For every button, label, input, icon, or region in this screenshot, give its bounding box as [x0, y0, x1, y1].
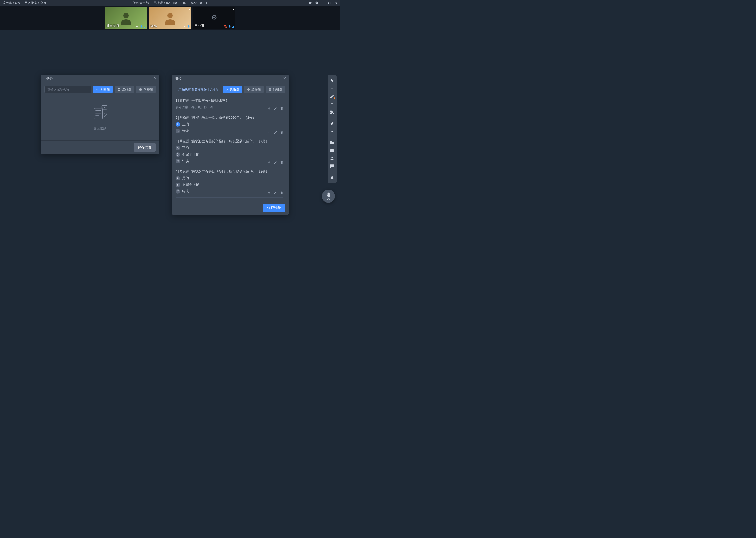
user-tool[interactable] — [328, 155, 336, 162]
svg-point-17 — [331, 131, 333, 132]
question-actions — [267, 131, 283, 134]
back-icon[interactable]: ‹ — [43, 77, 44, 81]
svg-point-0 — [123, 13, 129, 18]
delete-icon[interactable] — [280, 161, 283, 164]
edit-icon[interactable] — [273, 191, 277, 195]
question-actions — [267, 161, 283, 164]
video-tile[interactable]: 叮当老师 — [105, 7, 147, 29]
mic-icon — [228, 25, 231, 28]
choice-button[interactable]: 选择题 — [244, 86, 263, 93]
empty-text: 暂无试题 — [94, 126, 106, 131]
network-status: 网络状态：良好 — [24, 1, 46, 5]
raise-hand-button[interactable]: 0/2 — [322, 190, 335, 203]
question-actions — [267, 107, 283, 111]
hand-count: 0/2 — [327, 197, 330, 200]
network-icon — [136, 25, 139, 28]
choice-button[interactable]: 选择题 — [115, 86, 134, 93]
question-option[interactable]: A是的 — [176, 176, 283, 181]
text-tool[interactable] — [328, 101, 336, 108]
question-item: 2 [判断题] 我国宪法上一次更新是在2020年。 （2分）A正确B错误 — [176, 114, 283, 137]
svg-rect-10 — [94, 108, 103, 119]
edit-icon[interactable] — [273, 131, 277, 134]
mic-muted-icon — [224, 25, 227, 28]
question-option[interactable]: B不完全正确 — [176, 152, 283, 157]
quiz-panel-filled: 测验 ✕ 判断题 选择题 简答题 1 [简答题] 一年四季分别是哪四季?参考答案… — [172, 75, 289, 215]
svg-point-7 — [213, 17, 215, 19]
delete-icon[interactable] — [280, 131, 283, 134]
panel-title: 测验 — [46, 76, 53, 81]
close-panel-icon[interactable]: ✕ — [283, 77, 286, 81]
question-title: 3 [单选题] 施华洛世奇是反华品牌，所以梁鼎琪反华。 （2分） — [176, 139, 283, 144]
svg-point-19 — [331, 157, 333, 158]
true-false-button[interactable]: 判断题 — [93, 86, 113, 93]
panel-title: 测验 — [174, 76, 181, 81]
edit-icon[interactable] — [273, 161, 277, 164]
move-icon[interactable] — [267, 161, 271, 164]
quiz-panel-empty: ‹ 测验 ✕ 判断题 选择题 简答题 — [41, 75, 159, 154]
svg-point-3 — [167, 13, 173, 18]
question-option[interactable]: A正确 — [176, 146, 283, 150]
media-tool[interactable] — [328, 147, 336, 154]
save-quiz-button[interactable]: 保存试卷 — [134, 143, 156, 152]
move-tool[interactable] — [328, 85, 336, 92]
svg-point-12 — [103, 107, 103, 107]
eraser-tool[interactable] — [328, 120, 336, 127]
question-title: 1 [简答题] 一年四季分别是哪四季? — [176, 98, 283, 103]
participant-name: 王小明 — [195, 24, 204, 28]
close-tile-icon[interactable]: × — [188, 8, 190, 12]
question-title: 4 [多选题] 施华洛世奇是反华品牌，所以梁鼎琪反华。 （2分） — [176, 169, 283, 174]
question-option[interactable]: B不完全正确 — [176, 183, 283, 187]
question-item: 1 [简答题] 一年四季分别是哪四季?参考答案：春、夏、秋、冬 — [176, 96, 283, 114]
question-title: 2 [判断题] 我国宪法上一次更新是在2020年。 （2分） — [176, 116, 283, 120]
close-panel-icon[interactable]: ✕ — [154, 77, 157, 81]
edit-icon[interactable] — [273, 107, 277, 111]
close-tile-icon[interactable]: × — [233, 8, 234, 12]
packet-loss: 丢包率：0% — [3, 1, 20, 5]
participant-name: Nina — [150, 25, 157, 28]
network-icon — [183, 25, 186, 28]
topbar: 丢包率：0% 网络状态：良好 神秘大自然 已上课：02:34:09 ID：202… — [0, 0, 340, 6]
delete-icon[interactable] — [280, 107, 283, 111]
quiz-name-input[interactable] — [176, 86, 220, 93]
fullscreen-icon[interactable] — [328, 1, 331, 5]
video-tile[interactable]: × 王小明 — [193, 7, 235, 29]
settings-icon[interactable] — [315, 1, 319, 5]
svg-point-5 — [184, 26, 185, 27]
true-false-button[interactable]: 判断题 — [223, 86, 242, 93]
svg-rect-18 — [330, 149, 334, 152]
svg-point-13 — [104, 107, 105, 107]
question-list[interactable]: 1 [简答题] 一年四季分别是哪四季?参考答案：春、夏、秋、冬2 [判断题] 我… — [176, 96, 285, 197]
video-tile[interactable]: × Nina — [149, 7, 191, 29]
bell-tool[interactable] — [328, 174, 336, 181]
elapsed-time: 已上课：02:34:09 — [154, 1, 178, 5]
move-icon[interactable] — [267, 131, 271, 134]
mic-icon — [140, 25, 143, 28]
cursor-tool[interactable] — [328, 77, 336, 84]
brightness-tool[interactable] — [328, 128, 336, 135]
quiz-name-input[interactable] — [44, 86, 91, 93]
session-id: ID：2020070324 — [183, 1, 207, 5]
move-icon[interactable] — [267, 107, 271, 111]
participant-name: 叮当老师 — [106, 24, 119, 28]
svg-point-2 — [137, 26, 138, 27]
question-item: 4 [多选题] 施华洛世奇是反华品牌，所以梁鼎琪反华。 （2分）A是的B不完全正… — [176, 167, 283, 197]
question-actions — [267, 191, 283, 195]
question-item: 3 [单选题] 施华洛世奇是反华品牌，所以梁鼎琪反华。 （2分）A正确B不完全正… — [176, 137, 283, 167]
video-strip: 叮当老师 × Nina × 王小明 — [0, 6, 340, 30]
empty-state: 暂无试题 — [44, 96, 156, 137]
short-answer-button[interactable]: 简答题 — [136, 86, 156, 93]
question-option[interactable]: A正确 — [176, 122, 283, 127]
scissors-tool[interactable] — [328, 109, 336, 116]
short-answer-button[interactable]: 简答题 — [266, 86, 285, 93]
move-icon[interactable] — [267, 191, 271, 195]
course-name: 神秘大自然 — [133, 1, 149, 5]
chat-tool[interactable] — [328, 163, 336, 170]
camera-toggle-icon[interactable] — [309, 1, 312, 5]
right-toolbar — [328, 75, 337, 183]
folder-tool[interactable] — [328, 139, 336, 146]
pen-tool[interactable] — [328, 93, 336, 100]
minimize-icon[interactable] — [321, 1, 325, 5]
close-window-icon[interactable] — [334, 1, 338, 5]
delete-icon[interactable] — [280, 191, 283, 195]
save-quiz-button[interactable]: 保存试卷 — [263, 204, 285, 212]
